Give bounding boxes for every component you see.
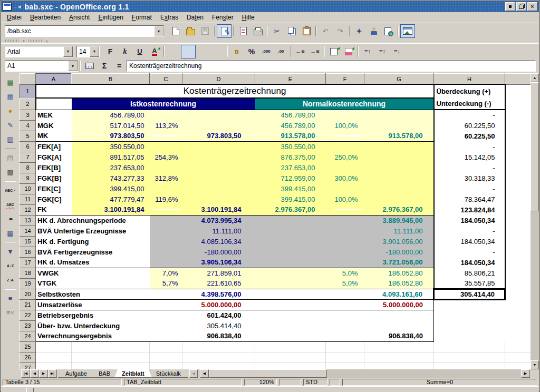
font-name-dropdown-button[interactable]: ▼ (63, 46, 73, 57)
row-header-26[interactable]: 26 (20, 352, 36, 362)
undo-button[interactable]: ↶ (318, 24, 333, 38)
print-file-button[interactable] (250, 24, 265, 38)
align-bottom-button[interactable]: =↓ (390, 45, 404, 58)
cell-E9[interactable]: 712.959,00 (255, 173, 326, 183)
cell-H4[interactable]: 60.225,50 (434, 120, 505, 131)
cell-D22[interactable]: 601.424,00 (182, 310, 255, 320)
draw-functions-button[interactable]: ✎ (3, 118, 18, 132)
font-name-input[interactable] (5, 46, 63, 57)
align-left-button[interactable] (166, 45, 181, 58)
cell-D27[interactable] (182, 362, 255, 369)
cell-H13[interactable]: 184.050,34 (434, 215, 505, 226)
row-header-27[interactable]: 27 (20, 362, 36, 369)
sheet-tab-stueckkalk[interactable]: Stückkalk (149, 369, 188, 378)
cell-G13[interactable]: 3.889.945,00 (364, 215, 434, 226)
sum-button[interactable]: Σ (97, 59, 112, 73)
tab-scroll-button[interactable]: ◀ (189, 369, 198, 378)
cell-G7[interactable] (364, 152, 434, 162)
cell-A3[interactable]: MEK (36, 110, 72, 120)
cell-G22[interactable] (364, 310, 434, 320)
col-header-B[interactable]: B (72, 74, 150, 85)
menu-ansicht[interactable]: Ansicht (65, 13, 94, 22)
cell-E11[interactable]: 399.415,00 (255, 194, 326, 204)
cell-C23[interactable] (150, 320, 182, 331)
cell-E21[interactable] (255, 299, 326, 310)
insert-fields-button[interactable]: ▤ (3, 151, 18, 165)
cell-D20[interactable]: 4.398.576,00 (182, 289, 255, 299)
cell-E26[interactable] (255, 352, 326, 362)
cell-G18[interactable]: 186.052,80 (364, 268, 434, 278)
spellcheck-button[interactable]: ABC✓ (3, 183, 18, 198)
cell-H2[interactable]: Unterdeckung (-) (434, 98, 505, 110)
cell-A24[interactable]: Verrechnungsergebnis (36, 331, 150, 341)
cell-A18[interactable]: VWGK (36, 268, 72, 278)
cell-F27[interactable] (326, 362, 364, 369)
formula-input[interactable] (127, 61, 535, 71)
cell-G11[interactable] (364, 194, 434, 204)
cell-C27[interactable] (150, 362, 182, 369)
cell-C10[interactable] (150, 183, 182, 194)
row-header-6[interactable]: 6 (20, 141, 36, 152)
cell-E22[interactable] (255, 310, 326, 320)
cell-E8[interactable]: 237.653,00 (255, 162, 326, 173)
cell-E25[interactable] (255, 341, 326, 352)
cell-C14[interactable] (150, 226, 182, 236)
resize-notch[interactable] (26, 388, 34, 392)
col-header-D[interactable]: D (182, 74, 255, 85)
cell-B7[interactable]: 891.517,05 (72, 152, 150, 162)
cell-C24[interactable] (150, 331, 182, 341)
cell-B8[interactable]: 237.653,00 (72, 162, 150, 173)
cell-H19[interactable]: 35.557,85 (434, 278, 505, 289)
previous-sheet-button[interactable]: ◀ (30, 369, 39, 378)
underline-button[interactable]: U (132, 45, 147, 58)
cell-A22[interactable]: Betriebsergebnis (36, 310, 150, 320)
cell-D13[interactable]: 4.073.995,34 (182, 215, 255, 226)
col-header-F[interactable]: F (326, 74, 364, 85)
menu-extras[interactable]: Extras (156, 13, 182, 22)
row-header-7[interactable]: 7 (20, 152, 36, 162)
cell-G10[interactable] (364, 183, 434, 194)
cell-D18[interactable]: 271.859,01 (182, 268, 255, 278)
cell-E16[interactable] (255, 247, 326, 257)
row-header-8[interactable]: 8 (20, 162, 36, 173)
cell-C9[interactable]: 312,8% (150, 173, 182, 183)
cell-B25[interactable] (72, 341, 150, 352)
align-right-button[interactable] (196, 45, 210, 58)
cell-C20[interactable] (150, 289, 182, 299)
row-header-10[interactable]: 10 (20, 183, 36, 194)
cell-F6[interactable] (326, 141, 364, 152)
url-input[interactable] (5, 26, 154, 36)
cell-E19[interactable] (255, 278, 326, 289)
cell-H14[interactable]: - (434, 226, 505, 236)
cell-A13[interactable]: HK d. Abrechnungsperiode (36, 215, 150, 226)
col-header-E[interactable]: E (255, 74, 326, 85)
cell-A10[interactable]: FEK[C] (36, 183, 72, 194)
copy-button[interactable] (284, 24, 299, 38)
cell-F21[interactable] (326, 299, 364, 310)
number-format-currency-button[interactable]: ¤ (229, 45, 244, 58)
cell-A6[interactable]: FEK[A] (36, 141, 72, 152)
auto-spellcheck-button[interactable]: ABC (3, 198, 18, 212)
col-header-A[interactable]: A (36, 74, 72, 85)
cell-G23[interactable] (364, 320, 434, 331)
cell-A2[interactable] (36, 98, 72, 110)
cell-E18[interactable] (255, 268, 326, 278)
cell-C18[interactable]: 7,0% (150, 268, 182, 278)
cell-E3[interactable]: 456.789,00 (255, 110, 326, 120)
cell-F13[interactable] (326, 215, 364, 226)
cell-D14[interactable]: 11.111,00 (182, 226, 255, 236)
save-document-button[interactable] (198, 24, 213, 38)
cell-F11[interactable]: 100,0% (326, 194, 364, 204)
gallery-button[interactable] (400, 24, 415, 38)
number-format-percent-button[interactable]: % (244, 45, 259, 58)
cell-B3[interactable]: 456.789,00 (72, 110, 150, 120)
cell-C19[interactable]: 5,7% (150, 278, 182, 289)
cell-F12[interactable] (326, 204, 364, 215)
cell-B10[interactable]: 399.415,00 (72, 183, 150, 194)
window-pin-icon[interactable]: ‒◄ (14, 4, 22, 9)
cell-C22[interactable] (150, 310, 182, 320)
cell-B2[interactable]: Istkostenrechnung (72, 98, 255, 110)
cut-button[interactable]: ✂ (269, 24, 284, 38)
horizontal-scrollbar[interactable]: ◀ ▶ (200, 369, 530, 378)
cell-H20[interactable]: 305.414,40 (434, 289, 505, 299)
